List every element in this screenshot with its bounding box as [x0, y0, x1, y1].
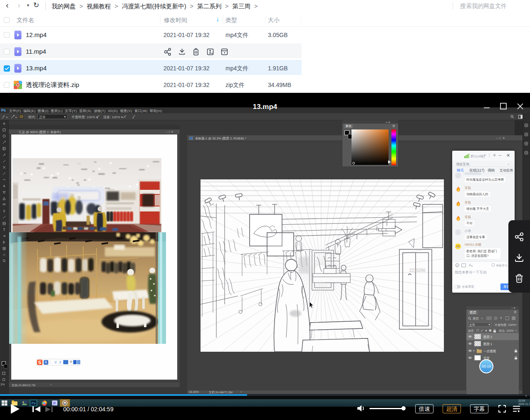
- svg-text:Ps: Ps: [32, 401, 35, 405]
- svg-text:JC: JC: [77, 162, 82, 166]
- svg-text:P: P: [53, 401, 56, 405]
- svg-text:2210266: 2210266: [409, 268, 426, 273]
